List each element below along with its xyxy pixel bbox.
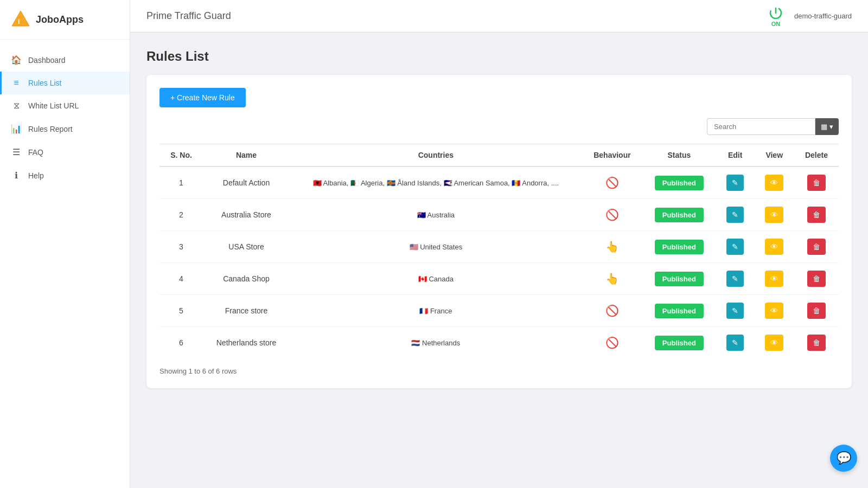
view-button[interactable]: 👁 [765,271,783,287]
power-button[interactable]: ON [768,5,783,27]
col-view: View [755,144,794,167]
cell-edit: ✎ [716,199,755,231]
svg-text:i: i [18,17,20,25]
info-icon: ℹ [11,170,22,181]
chevron-down-icon: ▾ [829,123,833,131]
list-icon: ≡ [11,78,22,88]
sidebar-item-label: Rules Report [28,125,73,133]
sidebar-item-help[interactable]: ℹ Help [0,164,130,187]
status-badge: Published [655,176,704,190]
edit-button[interactable]: ✎ [726,335,744,351]
cell-sno: 3 [159,231,203,263]
rules-card: + Create New Rule ▦ ▾ S. No. Name Countr… [146,75,852,388]
cell-view: 👁 [755,263,794,295]
logo-area: i JoboApps [0,0,130,40]
cell-sno: 2 [159,199,203,231]
sidebar-item-rules-list[interactable]: ≡ Rules List [0,72,130,94]
sidebar-item-label: White List URL [28,101,79,110]
redirect-icon: 👆 [605,241,619,253]
cell-status: Published [642,231,716,263]
view-button[interactable]: 👁 [765,335,783,351]
cell-countries: 🇦🇺 Australia [290,199,582,231]
sidebar: i JoboApps 🏠 Dashboard ≡ Rules List ⧖ Wh… [0,0,130,488]
cell-sno: 6 [159,327,203,359]
col-name: Name [203,144,290,167]
cell-view: 👁 [755,231,794,263]
view-button[interactable]: 👁 [765,303,783,319]
cell-countries: 🇳🇱 Netherlands [290,327,582,359]
menu-icon: ☰ [11,147,22,157]
status-badge: Published [655,336,704,350]
col-delete: Delete [794,144,839,167]
delete-button[interactable]: 🗑 [807,303,826,319]
cell-behaviour: 🚫 [582,327,642,359]
edit-button[interactable]: ✎ [726,303,744,319]
filter-icon: ⧖ [11,101,22,111]
table-row: 2 Australia Store 🇦🇺 Australia 🚫 Publish… [159,199,839,231]
support-bubble[interactable]: 💬 [830,445,857,472]
delete-button[interactable]: 🗑 [807,335,826,351]
home-icon: 🏠 [11,55,22,65]
table-row: 4 Canada Shop 🇨🇦 Canada 👆 Published ✎ 👁 … [159,263,839,295]
cell-sno: 4 [159,263,203,295]
delete-button[interactable]: 🗑 [807,271,826,287]
cell-behaviour: 🚫 [582,166,642,199]
sidebar-item-faq[interactable]: ☰ FAQ [0,140,130,164]
app-name: JoboApps [36,14,84,25]
cell-view: 👁 [755,166,794,199]
sidebar-item-rules-report[interactable]: 📊 Rules Report [0,117,130,140]
cell-behaviour: 👆 [582,263,642,295]
logo-icon: i [11,10,30,29]
cell-view: 👁 [755,199,794,231]
cell-name: USA Store [203,231,290,263]
col-status: Status [642,144,716,167]
cell-delete: 🗑 [794,166,839,199]
cell-sno: 1 [159,166,203,199]
sidebar-item-label: FAQ [28,148,43,157]
sidebar-item-whitelist-url[interactable]: ⧖ White List URL [0,94,130,117]
status-badge: Published [655,272,704,286]
top-header: Prime Traffic Guard ON demo-traffic-guar… [130,0,868,33]
table-header: S. No. Name Countries Behaviour Status E… [159,144,839,167]
cell-delete: 🗑 [794,295,839,327]
cell-edit: ✎ [716,263,755,295]
cell-delete: 🗑 [794,231,839,263]
grid-toggle-button[interactable]: ▦ ▾ [815,118,839,135]
cell-behaviour: 🚫 [582,295,642,327]
cell-name: France store [203,295,290,327]
edit-button[interactable]: ✎ [726,175,744,191]
cell-countries: 🇺🇸 United States [290,231,582,263]
edit-button[interactable]: ✎ [726,207,744,223]
status-badge: Published [655,208,704,222]
col-behaviour: Behaviour [582,144,642,167]
status-badge: Published [655,304,704,318]
cell-countries: 🇨🇦 Canada [290,263,582,295]
cell-name: Canada Shop [203,263,290,295]
table-row: 6 Netherlands store 🇳🇱 Netherlands 🚫 Pub… [159,327,839,359]
search-input[interactable] [707,118,815,135]
delete-button[interactable]: 🗑 [807,239,826,255]
table-row: 5 France store 🇫🇷 France 🚫 Published ✎ 👁… [159,295,839,327]
cell-countries: 🇦🇱 Albania, 🇩🇿 Algeria, 🇦🇽 Åland Islands… [290,166,582,199]
sidebar-item-dashboard[interactable]: 🏠 Dashboard [0,48,130,72]
create-new-rule-button[interactable]: + Create New Rule [159,88,246,107]
sidebar-item-label: Help [28,171,44,180]
sidebar-item-label: Rules List [28,79,61,87]
block-icon: 🚫 [605,337,619,349]
cell-delete: 🗑 [794,263,839,295]
view-button[interactable]: 👁 [765,239,783,255]
view-button[interactable]: 👁 [765,207,783,223]
view-button[interactable]: 👁 [765,175,783,191]
edit-button[interactable]: ✎ [726,239,744,255]
edit-button[interactable]: ✎ [726,271,744,287]
cell-behaviour: 🚫 [582,199,642,231]
delete-button[interactable]: 🗑 [807,207,826,223]
cell-edit: ✎ [716,166,755,199]
cell-sno: 5 [159,295,203,327]
nav-menu: 🏠 Dashboard ≡ Rules List ⧖ White List UR… [0,40,130,196]
redirect-icon: 👆 [605,273,619,285]
main-content: Prime Traffic Guard ON demo-traffic-guar… [130,0,868,488]
delete-button[interactable]: 🗑 [807,175,826,191]
support-icon: 💬 [837,451,851,465]
block-icon: 🚫 [605,209,619,221]
